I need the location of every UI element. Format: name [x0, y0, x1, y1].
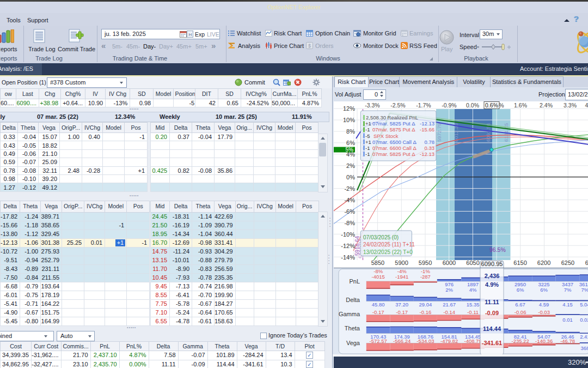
svg-text:-12%: -12%: [341, 243, 355, 249]
svg-text:-12.13: -12.13: [420, 120, 434, 126]
svg-text:5972.79: 5972.79: [436, 123, 442, 142]
svg-text:-235.22: -235.22: [511, 338, 529, 344]
svg-text:5900: 5900: [395, 260, 408, 266]
svg-text:3.3%: 3.3%: [564, 102, 577, 108]
svg-text:4%: 4%: [469, 287, 477, 293]
svg-text:-3.3%: -3.3%: [365, 102, 379, 108]
svg-text:07mar. 6500 Call Δ: 07mar. 6500 Call Δ: [372, 139, 416, 145]
svg-text:5%: 5%: [346, 147, 354, 153]
svg-text:-534.03: -534.03: [416, 338, 434, 344]
svg-text:-0.03: -0.03: [538, 309, 550, 315]
svg-text:7%: 7%: [581, 287, 588, 293]
svg-text:114.44: 114.44: [483, 325, 501, 332]
svg-text:H: H: [189, 32, 192, 37]
svg-text:2,508.30 Realized PnL: 2,508.30 Realized PnL: [366, 114, 418, 120]
svg-text:37.20: 37.20: [395, 301, 408, 307]
svg-text:29.04: 29.04: [419, 301, 432, 307]
svg-text:2%: 2%: [445, 287, 453, 293]
svg-text:6250: 6250: [561, 260, 574, 266]
svg-text:5950: 5950: [419, 260, 432, 266]
svg-text:-0.14: -0.14: [443, 309, 455, 315]
svg-text:6000: 6000: [443, 260, 456, 266]
svg-text:2.4%: 2.4%: [540, 102, 553, 108]
svg-text:+1: +1: [365, 139, 371, 145]
svg-text:24/02/2025 (11) T+11: 24/02/2025 (11) T+11: [363, 242, 415, 248]
svg-text:-1.7%: -1.7%: [416, 102, 431, 108]
svg-text:-12.13: -12.13: [420, 151, 434, 157]
svg-text:-0.06: -0.06: [514, 309, 526, 315]
svg-text:-0.17: -0.17: [396, 309, 408, 315]
svg-text:Gamma: Gamma: [339, 311, 360, 317]
svg-text:6200: 6200: [537, 260, 550, 266]
svg-text:-0.09: -0.09: [485, 310, 499, 316]
svg-text:-408.79: -408.79: [464, 338, 481, 344]
svg-text:5850: 5850: [371, 260, 384, 266]
svg-text:-4%: -4%: [344, 197, 355, 203]
svg-text:4.: 4.: [585, 102, 588, 108]
svg-text:-479.82: -479.82: [440, 338, 458, 344]
svg-text:-572.57: -572.57: [370, 338, 387, 344]
svg-text:07/03/2025 (0): 07/03/2025 (0): [363, 234, 399, 240]
svg-text:11.11: 11.11: [485, 299, 499, 305]
svg-text:-0.9%: -0.9%: [442, 102, 456, 108]
svg-text:6300: 6300: [585, 260, 588, 266]
svg-text:6050: 6050: [466, 260, 479, 266]
svg-text:6%: 6%: [346, 140, 355, 146]
svg-text:0%: 0%: [346, 174, 355, 180]
svg-text:-566.24: -566.24: [393, 338, 411, 344]
svg-text:368: 368: [580, 345, 588, 351]
svg-text:15.35: 15.35: [467, 301, 480, 307]
svg-text:45.80: 45.80: [372, 301, 385, 307]
svg-text:SPX Stock: SPX Stock: [373, 133, 399, 139]
svg-text:0.33: 0.33: [425, 145, 435, 151]
svg-text:0.78: 0.78: [425, 139, 435, 145]
svg-text:-8%: -8%: [344, 220, 355, 226]
svg-text:0.01: 0.01: [562, 317, 573, 323]
svg-text:-46.78: -46.78: [560, 338, 575, 344]
svg-text:PnL: PnL: [349, 278, 360, 285]
svg-text:-2%: -2%: [344, 185, 355, 192]
svg-text:12%: 12%: [343, 105, 355, 112]
svg-text:0.0%: 0.0%: [466, 102, 479, 108]
svg-text:0.02: 0.02: [580, 317, 588, 323]
svg-text:07mar. 5825 Put Δ: 07mar. 5825 Put Δ: [372, 151, 415, 157]
svg-text:2,436: 2,436: [485, 273, 500, 279]
svg-text:1.6%: 1.6%: [514, 102, 527, 108]
svg-text:8%: 8%: [346, 128, 355, 135]
svg-text:07mar. 6600 Call Δ: 07mar. 6600 Call Δ: [372, 145, 416, 151]
svg-text:Delta: Delta: [346, 297, 360, 303]
svg-text:-6%: -6%: [344, 208, 355, 215]
svg-text:7%: 7%: [564, 287, 572, 293]
svg-text:+1: +1: [365, 120, 371, 126]
svg-text:-14%: -14%: [341, 254, 355, 261]
svg-text:-1: -1: [365, 151, 370, 157]
svg-text:6%: 6%: [517, 287, 524, 293]
svg-text:4.15: 4.15: [562, 301, 573, 307]
svg-text:13/02/2025 (22) T+0: 13/02/2025 (22) T+0: [363, 249, 413, 255]
svg-text:-341.61: -341.61: [482, 340, 502, 346]
svg-text:6150: 6150: [513, 260, 526, 266]
svg-text:-0.17: -0.17: [372, 309, 384, 315]
svg-text:-10%: -10%: [341, 231, 355, 238]
svg-text:4.59: 4.59: [539, 301, 549, 307]
svg-text:-1: -1: [365, 126, 370, 132]
svg-text:Theta: Theta: [345, 325, 360, 331]
svg-text:5.04: 5.04: [580, 301, 588, 307]
svg-text:2.41: 2.41: [580, 334, 588, 340]
svg-text:07mar. 5825 Put Δ: 07mar. 5825 Put Δ: [372, 120, 415, 126]
svg-text:4.9%: 4.9%: [485, 281, 499, 288]
svg-text:6.67: 6.67: [515, 301, 525, 307]
svg-text:-1941: -1941: [395, 274, 408, 280]
svg-text:-140.36: -140.36: [535, 338, 553, 344]
svg-text:-287: -287: [420, 274, 431, 280]
svg-text:0.6%: 0.6%: [485, 102, 498, 108]
svg-text:-0.16: -0.16: [420, 309, 432, 315]
svg-text:2%: 2%: [346, 162, 355, 169]
svg-text:07mar. 5875 Put Δ: 07mar. 5875 Put Δ: [372, 126, 415, 132]
svg-text:-5: -5: [365, 133, 370, 139]
svg-text:21.67: 21.67: [443, 301, 456, 307]
svg-text:-1: -1: [365, 145, 370, 151]
svg-text:$: $: [308, 43, 311, 49]
svg-text:-15.66: -15.66: [420, 126, 434, 132]
svg-text:-4015: -4015: [372, 274, 385, 280]
